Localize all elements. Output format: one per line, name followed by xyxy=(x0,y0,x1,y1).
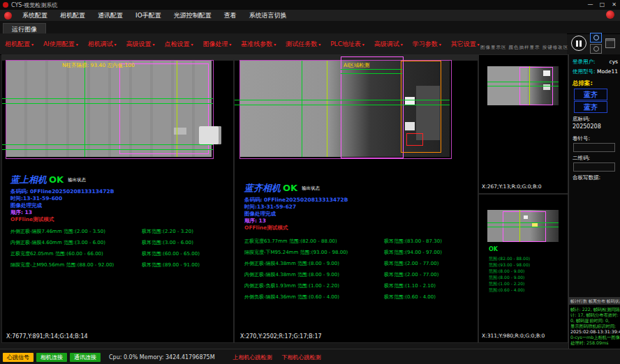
maximize-button[interactable]: □ xyxy=(596,0,608,10)
total-label: 总排案: xyxy=(573,79,593,88)
write-data-label: 合板写数据: xyxy=(573,174,600,181)
qr-input[interactable] xyxy=(573,162,615,172)
barcode-line: 条码码: 0FFline2025020813313472B xyxy=(10,188,114,195)
tool-plc-address[interactable]: PLC地址表 xyxy=(325,40,369,49)
process-done-line: 图像处理完成 xyxy=(244,211,276,218)
close-button[interactable]: ✕ xyxy=(608,0,620,10)
tool-test-tasks[interactable]: 测试任务数 xyxy=(281,40,325,49)
result-subtitle: 输出状态 xyxy=(68,177,86,183)
lower-camera-heartbeat-warning: 下相机心跳检测 xyxy=(282,354,321,361)
measure-range: 范围:(82.00 - 88.00) xyxy=(489,256,530,262)
comm-connect-badge: 通讯连接 xyxy=(70,353,101,362)
measure-range: 极耳范围:(2.20 - 3.20) xyxy=(142,228,193,235)
yellow-guide-vline xyxy=(519,210,520,242)
cpu-memory-readout: Cpu: 0.0% Memory: 3424.41796875M xyxy=(109,354,215,361)
model-label: 使用型号: xyxy=(573,68,596,75)
measure-row: 内侧正极-隔膜4.38mm 范围:(8.00 - 9.00)极耳范围:(2.00… xyxy=(244,271,438,278)
measure-range: 极耳范围:(0.60 - 4.00) xyxy=(384,294,436,301)
green-guide-hline xyxy=(2,149,213,150)
measure-row: 外侧正极-隔膜7.46mm 范围:(2.00 - 3.50)极耳范围:(2.20… xyxy=(10,228,193,235)
tool-advanced-settings[interactable]: 高级设置 xyxy=(121,40,160,49)
tool-camera-debug[interactable]: 相机调试 xyxy=(83,40,121,49)
app-logo-icon xyxy=(3,2,8,8)
tool-camera-config[interactable]: 相机配置 xyxy=(0,40,38,49)
menu-language[interactable]: 系统语言切换 xyxy=(243,11,293,20)
measure-range: 极耳范围:(94.00 - 97.00) xyxy=(384,249,442,256)
green-guide-hline xyxy=(487,222,559,223)
measure-row: 内侧正极-隔膜4.60mm 范围:(3.00 - 6.00)极耳范围:(3.00… xyxy=(10,239,193,246)
needle-input[interactable] xyxy=(573,143,615,152)
measure-range: 极耳范围:(1.10 - 2.10) xyxy=(384,282,436,289)
measure-range: 范围:(1.00 - 2.20) xyxy=(489,281,524,287)
tool-advanced-debug[interactable]: 高级调试 xyxy=(369,40,408,49)
preview-view-bottom[interactable]: OK 范围:(82.00 - 88.00) 范围:(93.00 - 98.00)… xyxy=(478,194,568,343)
green-guide-hline xyxy=(341,73,402,74)
measure-row: 隔膜宽度-上M90.56mm 范围:(88.00 - 92.00)极耳范围:(8… xyxy=(10,261,200,268)
measure-row: 正极宽度63.77mm 范围:(82.00 - 88.00)极耳范围:(83.0… xyxy=(244,238,442,245)
tool-learn-params[interactable]: 学习参数 xyxy=(408,40,446,49)
yellow-guide-vline xyxy=(177,61,177,157)
pixel-coordinate-readout: X:311;Y:980;R:0;G:0;B:0 xyxy=(482,333,545,339)
camera-connect-badge: 相机连接 xyxy=(36,353,67,362)
camera-button-stack xyxy=(590,33,602,54)
tool-image-process[interactable]: 图像处理 xyxy=(198,40,236,49)
result-box-1: 蓝齐 xyxy=(574,89,607,100)
alert-line: OFFline测试模式 xyxy=(244,225,288,232)
result-ok: OK xyxy=(489,246,498,252)
tool-baseline-params[interactable]: 基准线参数 xyxy=(236,40,281,49)
tool-other-settings[interactable]: 其它设置 xyxy=(446,40,485,49)
window-controls: — □ ✕ xyxy=(584,0,620,10)
login-user-label: 登录用户: xyxy=(573,59,596,66)
layout-button[interactable] xyxy=(605,38,615,48)
result-ok: OK xyxy=(49,174,64,185)
measure-value: 正极宽度62.05mm 范围:(60.00 - 66.00) xyxy=(10,250,142,257)
measure-range: 极耳范围:(60.00 - 65.00) xyxy=(142,250,200,257)
model-row: 使用型号: Mode11 xyxy=(573,68,618,75)
measure-range: 范围:(93.00 - 98.00) xyxy=(489,262,530,268)
pink-roi-rect xyxy=(119,63,209,154)
measure-value: 内侧正极-负极1.93mm 范围:(1.00 - 2.20) xyxy=(244,282,384,289)
measure-row: 外侧正极-隔膜4.38mm 范围:(8.00 - 9.00)极耳范围:(2.00… xyxy=(244,260,438,267)
measure-value: 外侧负极-隔膜4.36mm 范围:(0.60 - 4.00) xyxy=(244,294,384,301)
measure-row: 内侧正极-负极1.93mm 范围:(1.00 - 2.20)极耳范围:(1.10… xyxy=(244,282,436,289)
green-guide-hline xyxy=(2,103,213,104)
overlay-warn-text: N柱齐隔膜: 93.40 左内值:100 xyxy=(62,62,135,69)
camera-upper-button[interactable] xyxy=(590,33,602,43)
green-guide-hline xyxy=(341,69,402,70)
frame-stats-panel: 帧计行数 帧离分布 帧码状态 帧计: 222, 帧码检测间隔: 计: 17, 帧… xyxy=(568,297,620,349)
camera-lower-button[interactable] xyxy=(590,44,602,54)
heartbeat-badge: 心跳信号 xyxy=(3,353,34,362)
measure-value: 隔膜宽度-上M90.56mm 范围:(88.00 - 92.00) xyxy=(10,261,142,268)
info-side-panel: 登录用户: cys 使用型号: Mode11 总排案: 蓝齐 蓝齐 底标码: 2… xyxy=(568,54,620,297)
result-title-text: 蓝上相机 xyxy=(10,174,47,185)
bottom-code-label: 底标码: xyxy=(573,116,590,123)
pink-roi-rect xyxy=(341,56,404,158)
side-controls xyxy=(571,32,620,54)
menu-camera-config[interactable]: 相机配置 xyxy=(54,11,91,20)
tool-spot-check[interactable]: 点检设置 xyxy=(160,40,198,49)
tool-ai-config[interactable]: AI使用配置 xyxy=(38,40,83,49)
menu-io-config[interactable]: IO手配置 xyxy=(129,11,168,20)
measure-range: 范围:(8.00 - 9.00) xyxy=(489,275,524,281)
green-guide-vline xyxy=(84,61,85,157)
result-title-text: 蓝齐相机 xyxy=(244,183,281,193)
stat-line-timestamp: 2025:02:08-13:31:39:40 xyxy=(570,329,620,334)
measure-range: 极耳范围:(83.00 - 87.30) xyxy=(384,238,442,245)
menu-light-config[interactable]: 光源控制配置 xyxy=(168,11,218,20)
menu-comm-config[interactable]: 通讯配置 xyxy=(91,11,129,20)
measure-value: 内侧正极-隔膜4.60mm 范围:(3.00 - 6.00) xyxy=(10,239,142,246)
tab-row: 运行图像 xyxy=(0,21,620,34)
upper-camera-view[interactable]: N柱齐隔膜: 93.40 左内值:100 蓝上相机OK输出状态 条码码: 0FF… xyxy=(1,54,234,343)
lower-camera-view[interactable]: AI区域检测 蓝齐相机OK输出状态 条码码: 0FFline2025020813… xyxy=(234,54,478,343)
pixel-coordinate-readout: X:270,Y:2502;R:17;G:17;B:17 xyxy=(240,333,322,340)
preview-view-top[interactable]: X:267;Y:13;R:0;G:0;B:0 xyxy=(478,54,568,194)
green-guide-hline xyxy=(487,227,559,227)
bottom-code-value: 20250208 xyxy=(573,123,601,130)
result-box-2: 蓝齐 xyxy=(574,101,607,113)
alert-line: OFFline测试模式 xyxy=(10,216,54,223)
menu-system-config[interactable]: 系统配置 xyxy=(16,11,54,20)
menu-view[interactable]: 查看 xyxy=(218,11,243,20)
minimize-button[interactable]: — xyxy=(584,0,596,10)
pixel-coordinate-readout: X:267;Y:13;R:0;G:0;B:0 xyxy=(482,183,542,190)
green-guide-hline xyxy=(487,82,559,82)
